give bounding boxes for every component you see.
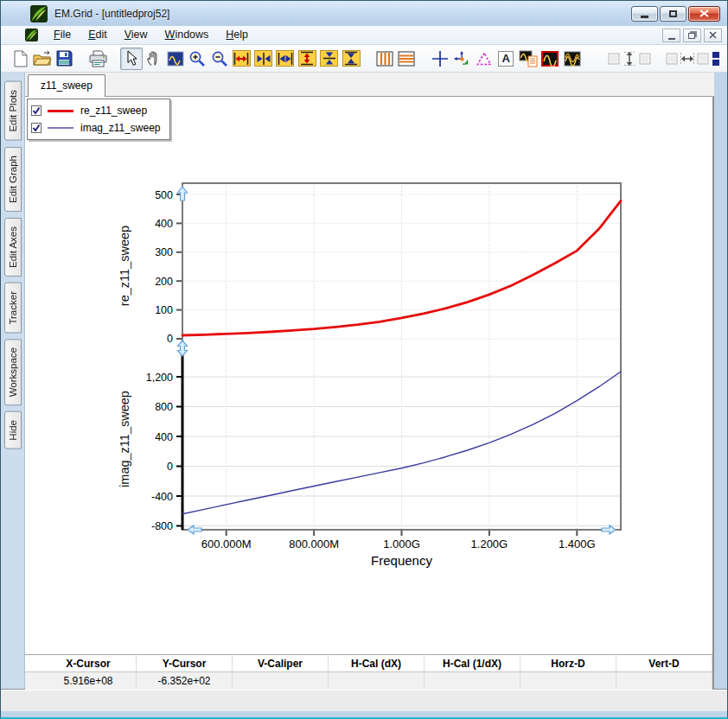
re-axis-label: re_z11_sweep [118, 226, 131, 306]
mdi-close-button[interactable] [704, 29, 722, 42]
horizontal-align-button[interactable] [664, 48, 711, 70]
axis-handle-up-icon[interactable] [178, 187, 188, 200]
horizontal-grid-icon [398, 51, 415, 67]
menu-item-edit[interactable]: Edit [80, 26, 116, 44]
sidebar-tab-workspace[interactable]: Workspace [4, 339, 22, 405]
new-file-icon [13, 50, 29, 67]
expand-x-icon [256, 52, 271, 66]
curve-re_z11_sweep[interactable] [182, 200, 621, 335]
open-file-button[interactable] [31, 48, 53, 70]
horizontal-grid-button[interactable] [396, 48, 418, 70]
main-area: Edit PlotsEdit GraphEdit AxesTrackerWork… [1, 73, 727, 689]
y-tick-label: 500 [155, 189, 173, 201]
vertical-grid-button[interactable] [374, 48, 395, 70]
legend: re_z11_sweepimag_z11_sweep [27, 99, 170, 140]
cursor-table-value [520, 672, 616, 690]
chart[interactable]: 0100200300400500-800-40004008001,200600.… [25, 97, 712, 654]
cursor-table-value: -6.352e+02 [137, 672, 233, 690]
cursor-table-value [425, 672, 520, 690]
y-tick-label: -400 [151, 491, 173, 503]
wave-red-border-icon [541, 51, 559, 67]
menu-item-help[interactable]: Help [217, 26, 257, 44]
expand-x-button[interactable] [252, 48, 274, 70]
close-button[interactable] [688, 6, 720, 22]
shrink-y-button[interactable] [341, 48, 362, 70]
save-button[interactable] [54, 48, 75, 70]
text-a-icon: A [498, 51, 514, 67]
print-button[interactable] [86, 48, 108, 70]
plot-area[interactable]: re_z11_sweepimag_z11_sweep 0100200300400… [25, 97, 714, 654]
tab-z11-sweep[interactable]: z11_sweep [28, 74, 105, 97]
legend-line-sample [48, 127, 73, 129]
cursor-table-value [233, 672, 329, 690]
sidebar: Edit PlotsEdit GraphEdit AxesTrackerWork… [1, 73, 25, 689]
cursor-table-row: X-CursorY-CursorV-CaliperH-Cal (dX)H-Cal… [25, 655, 712, 671]
y-tick-label: 400 [155, 431, 173, 443]
window-title: EM.Grid - [untitledproj52] [54, 8, 169, 20]
axis-handle-updown-icon[interactable] [178, 340, 188, 356]
legend-item[interactable]: imag_z11_sweep [31, 119, 161, 137]
y-tick-label: 400 [155, 218, 173, 230]
axis-handle-left-icon[interactable] [188, 525, 201, 534]
x-tick-label: 1.000G [383, 538, 420, 550]
cursor-table-header: X-Cursor [41, 655, 137, 671]
checkbox-checked-icon[interactable] [31, 105, 42, 116]
x-tick-label: 600.000M [201, 538, 252, 550]
shrink-x-button[interactable] [274, 48, 296, 70]
vertical-align-button[interactable] [606, 48, 653, 70]
titlebar[interactable]: EM.Grid - [untitledproj52] [1, 1, 727, 26]
edit-plot-button[interactable] [539, 48, 560, 70]
mdi-minimize-button[interactable] [662, 29, 680, 42]
minimize-icon [641, 16, 648, 18]
fit-x-button[interactable] [230, 48, 252, 70]
mdi-restore-button[interactable] [683, 29, 701, 42]
fit-y-button[interactable] [297, 48, 318, 70]
zoom-in-button[interactable] [186, 48, 208, 70]
menu-item-file[interactable]: File [45, 26, 80, 44]
menu-item-view[interactable]: View [116, 26, 156, 44]
cursor-arrow-icon [124, 50, 139, 67]
crosshair-button[interactable] [429, 48, 450, 70]
checkbox-checked-icon[interactable] [31, 123, 42, 133]
menu-item-windows[interactable]: Windows [156, 26, 218, 44]
legend-item[interactable]: re_z11_sweep [31, 102, 161, 119]
text-button[interactable]: A [495, 48, 517, 70]
cursor-readout-table: X-CursorY-CursorV-CaliperH-Cal (dX)H-Cal… [25, 654, 714, 689]
printer-icon [89, 50, 107, 67]
tracker-button[interactable] [451, 48, 473, 70]
multi-plot-button[interactable] [561, 48, 583, 70]
toolbar-handle[interactable] [711, 48, 722, 70]
minimize-button[interactable] [631, 6, 658, 22]
new-file-button[interactable] [10, 48, 31, 70]
zoom-out-button[interactable] [208, 48, 230, 70]
x-axis-label: Frequency [371, 553, 432, 568]
cursor-table-value [616, 672, 712, 690]
sidebar-tab-edit-plots[interactable]: Edit Plots [4, 81, 22, 141]
select-button[interactable] [120, 48, 142, 70]
legend-line-sample [48, 110, 73, 112]
menu-items: FileEditViewWindowsHelp [45, 26, 257, 44]
save-floppy-icon [56, 50, 73, 67]
maximize-button[interactable] [660, 6, 686, 22]
axis-handle-right-icon[interactable] [602, 525, 616, 534]
x-tick-label: 1.400G [559, 538, 596, 550]
app-icon [30, 5, 48, 22]
sidebar-tab-tracker[interactable]: Tracker [4, 283, 22, 334]
maximize-icon [669, 10, 677, 17]
caliper-button[interactable] [473, 48, 495, 70]
sidebar-tab-edit-graph[interactable]: Edit Graph [4, 147, 22, 212]
sidebar-tab-hide[interactable]: Hide [4, 411, 22, 449]
fit-y-icon [300, 51, 314, 66]
pan-button[interactable] [143, 48, 164, 70]
sidebar-tab-edit-axes[interactable]: Edit Axes [4, 218, 22, 277]
menubar: FileEditViewWindowsHelp [1, 26, 727, 45]
app-icon-small [25, 29, 38, 41]
vertical-align-icon [607, 50, 652, 67]
zoom-window-icon [167, 51, 184, 67]
hand-icon [145, 50, 162, 67]
plot-report-button[interactable] [517, 48, 539, 70]
zoom-window-button[interactable] [164, 48, 186, 70]
shrink-y-icon [344, 51, 358, 66]
expand-y-button[interactable] [318, 48, 340, 70]
wave-document-icon [519, 50, 538, 67]
